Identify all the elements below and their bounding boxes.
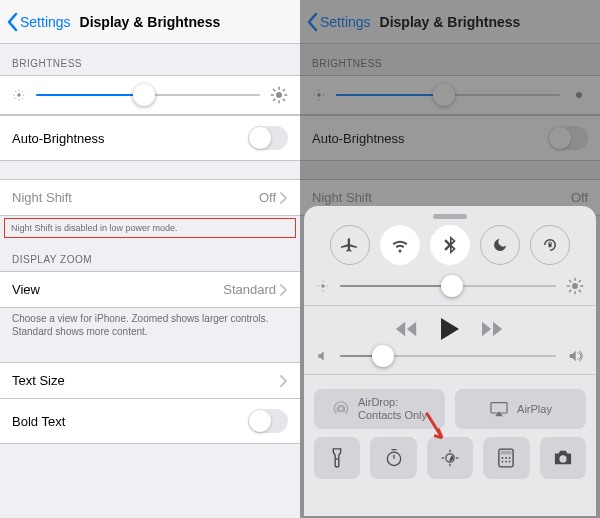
- bluetooth-icon: [443, 236, 457, 254]
- view-cell[interactable]: View Standard: [0, 271, 300, 308]
- view-label: View: [12, 282, 40, 297]
- flashlight-button[interactable]: [314, 437, 360, 479]
- brightness-slider[interactable]: [36, 94, 260, 96]
- text-size-label: Text Size: [12, 373, 65, 388]
- brightness-header: BRIGHTNESS: [0, 44, 300, 75]
- svg-point-58: [559, 455, 566, 462]
- chevron-left-icon: [6, 12, 18, 32]
- night-shift-label: Night Shift: [12, 190, 72, 205]
- svg-line-8: [22, 91, 23, 92]
- airplay-button[interactable]: AirPlay: [455, 389, 586, 429]
- flashlight-icon: [330, 447, 344, 469]
- svg-point-53: [506, 457, 508, 459]
- svg-line-17: [283, 89, 285, 91]
- chevron-right-icon: [280, 284, 288, 296]
- night-shift-cell[interactable]: Night Shift Off: [0, 179, 300, 216]
- svg-line-37: [569, 290, 571, 292]
- svg-point-23: [576, 92, 582, 98]
- wifi-icon: [391, 236, 409, 254]
- svg-point-54: [509, 457, 511, 459]
- airdrop-icon: [332, 400, 350, 418]
- svg-line-5: [15, 91, 16, 92]
- auto-brightness-label: Auto-Brightness: [12, 131, 105, 146]
- svg-line-38: [579, 280, 581, 282]
- zoom-footer: Choose a view for iPhone. Zoomed shows l…: [0, 308, 300, 344]
- svg-point-55: [502, 461, 504, 463]
- volume-low-icon: [316, 349, 330, 363]
- sun-bright-icon: [566, 277, 584, 295]
- back-label: Settings: [20, 14, 71, 30]
- night-shift-value: Off: [259, 190, 276, 205]
- airplay-label: AirPlay: [517, 403, 552, 415]
- svg-point-0: [17, 93, 21, 97]
- calculator-button[interactable]: [483, 437, 529, 479]
- night-shift-icon: [440, 448, 460, 468]
- chevron-right-icon: [280, 375, 288, 387]
- zoom-header: DISPLAY ZOOM: [0, 240, 300, 271]
- control-center[interactable]: AirDrop:Contacts Only AirPlay: [304, 206, 596, 516]
- brightness-row: [316, 277, 584, 295]
- camera-button[interactable]: [540, 437, 586, 479]
- svg-point-52: [502, 457, 504, 459]
- svg-point-18: [317, 93, 321, 97]
- text-size-cell[interactable]: Text Size: [0, 362, 300, 399]
- bluetooth-toggle[interactable]: [430, 225, 470, 265]
- sun-dim-icon: [12, 88, 26, 102]
- svg-point-56: [506, 461, 508, 463]
- chevron-right-icon: [280, 192, 288, 204]
- rewind-button[interactable]: [396, 321, 418, 337]
- bold-text-label: Bold Text: [12, 414, 65, 429]
- airdrop-value: Contacts Only: [358, 409, 427, 422]
- back-button[interactable]: Settings: [0, 12, 71, 32]
- sun-bright-icon: [270, 86, 288, 104]
- auto-brightness-cell: Auto-Brightness: [0, 115, 300, 161]
- left-screenshot: Settings Display & Brightness BRIGHTNESS…: [0, 0, 300, 518]
- calculator-icon: [498, 448, 514, 468]
- airdrop-title: AirDrop:: [358, 396, 427, 409]
- play-button[interactable]: [440, 318, 460, 340]
- sun-dim-icon: [316, 279, 330, 293]
- airplane-toggle[interactable]: [330, 225, 370, 265]
- svg-point-30: [572, 283, 578, 289]
- cc-volume-slider[interactable]: [340, 355, 556, 357]
- svg-line-14: [273, 89, 275, 91]
- svg-rect-51: [501, 451, 512, 455]
- view-value: Standard: [223, 282, 276, 297]
- svg-point-9: [276, 92, 282, 98]
- brightness-slider-cell: [0, 75, 300, 115]
- settings-body: BRIGHTNESS Auto-Brightness Night Shift O…: [0, 44, 300, 518]
- svg-line-6: [22, 98, 23, 99]
- svg-point-57: [509, 461, 511, 463]
- camera-icon: [552, 449, 574, 467]
- volume-row: [316, 348, 584, 364]
- cc-brightness-slider[interactable]: [340, 285, 556, 287]
- svg-rect-24: [549, 244, 552, 248]
- right-screenshot: Settings Display & Brightness BRIGHTNESS…: [300, 0, 600, 518]
- bold-text-cell: Bold Text: [0, 399, 300, 444]
- svg-point-39: [339, 407, 344, 412]
- nav-bar: Settings Display & Brightness: [0, 0, 300, 44]
- back-button: Settings: [300, 12, 371, 32]
- bottom-shortcuts: [314, 437, 586, 479]
- rotation-lock-toggle[interactable]: [530, 225, 570, 265]
- svg-point-41: [336, 458, 338, 460]
- forward-button[interactable]: [482, 321, 504, 337]
- svg-point-25: [321, 284, 325, 288]
- night-shift-button[interactable]: [427, 437, 473, 479]
- dnd-toggle[interactable]: [480, 225, 520, 265]
- svg-line-35: [569, 280, 571, 282]
- timer-button[interactable]: [370, 437, 416, 479]
- airplane-icon: [341, 236, 359, 254]
- grabber-handle[interactable]: [433, 214, 467, 219]
- bold-text-toggle[interactable]: [248, 409, 288, 433]
- svg-line-15: [283, 99, 285, 101]
- auto-brightness-toggle[interactable]: [248, 126, 288, 150]
- svg-line-16: [273, 99, 275, 101]
- svg-line-36: [579, 290, 581, 292]
- night-shift-warning: Night Shift is disabled in low power mod…: [4, 218, 296, 238]
- media-controls: [314, 318, 586, 340]
- toggle-row: [314, 225, 586, 265]
- wifi-toggle[interactable]: [380, 225, 420, 265]
- svg-line-7: [15, 98, 16, 99]
- airplay-icon: [489, 401, 509, 417]
